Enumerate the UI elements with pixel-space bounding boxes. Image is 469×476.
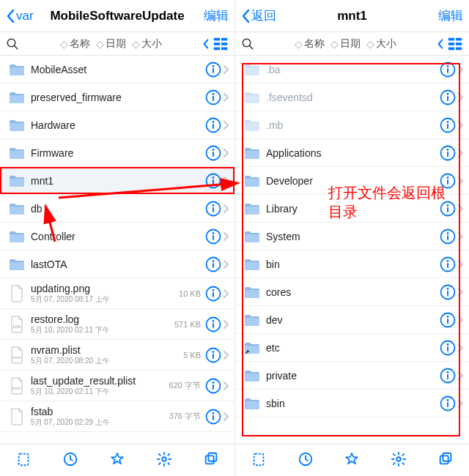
file-icon: LOG <box>7 316 26 333</box>
search-icon[interactable] <box>241 37 254 51</box>
search-icon[interactable] <box>6 37 19 51</box>
item-name: Developer <box>266 175 440 187</box>
clipboard-icon[interactable] <box>251 451 267 470</box>
info-icon[interactable] <box>440 117 456 133</box>
item-sub: 5月 07, 2020 08:20 上午 <box>31 356 166 366</box>
list-item[interactable]: bin <box>235 250 469 278</box>
info-icon[interactable] <box>205 409 221 425</box>
list-item[interactable]: db <box>0 195 234 223</box>
info-icon[interactable] <box>205 228 221 245</box>
sort-size[interactable]: ◇大小 <box>366 37 396 51</box>
list-item[interactable]: mnt1 <box>0 167 234 195</box>
chevron-left-icon[interactable] <box>202 38 210 50</box>
folder-icon <box>7 119 26 132</box>
list-item[interactable]: updating.png 5月 07, 2020 08:17 上午 10 KB <box>0 278 234 309</box>
info-icon[interactable] <box>440 201 456 217</box>
info-icon[interactable] <box>205 89 221 105</box>
list-item[interactable]: MobileAsset <box>0 56 234 83</box>
item-name: nvram.plist <box>31 344 166 356</box>
info-icon[interactable] <box>205 347 221 363</box>
edit-button[interactable]: 编辑 <box>204 7 229 24</box>
list-item[interactable]: Firmware <box>0 139 234 167</box>
list-item[interactable]: LOG restore.log 5月 10, 2020 02:11 下午 571… <box>0 309 234 340</box>
sort-name[interactable]: ◇名称 <box>295 37 325 51</box>
list-item[interactable]: sbin <box>235 390 469 417</box>
info-icon[interactable] <box>205 316 221 332</box>
info-icon[interactable] <box>205 378 221 394</box>
info-icon[interactable] <box>440 340 456 356</box>
clock-icon[interactable] <box>62 451 78 470</box>
list-item[interactable]: .mb <box>235 111 469 139</box>
sort-date[interactable]: ◇日期 <box>330 37 361 51</box>
windows-icon[interactable] <box>437 451 454 470</box>
list-item[interactable]: dev <box>235 306 469 334</box>
svg-text:PLIST: PLIST <box>12 356 21 360</box>
info-icon[interactable] <box>440 284 456 300</box>
list-item[interactable]: etc <box>235 334 469 362</box>
gear-icon[interactable] <box>391 451 407 470</box>
grid-view-icon[interactable] <box>447 36 463 52</box>
info-icon[interactable] <box>440 62 456 78</box>
back-button[interactable]: var <box>6 9 34 23</box>
grid-view-icon[interactable] <box>213 36 229 52</box>
list-item[interactable]: fstab 5月 07, 2020 02:29 上午 376 字节 <box>0 401 234 432</box>
item-name: Controller <box>31 231 205 242</box>
info-icon[interactable] <box>205 145 221 161</box>
chevron-right-icon <box>223 149 229 157</box>
info-icon[interactable] <box>205 117 221 133</box>
info-icon[interactable] <box>440 395 456 412</box>
info-icon[interactable] <box>440 173 456 189</box>
sort-date[interactable]: ◇日期 <box>96 37 126 51</box>
star-icon[interactable] <box>344 451 360 470</box>
info-icon[interactable] <box>440 89 456 105</box>
list-item[interactable]: cores <box>235 278 469 306</box>
folder-icon <box>7 202 26 215</box>
info-icon[interactable] <box>205 201 221 217</box>
list-item[interactable]: .ba <box>235 56 469 83</box>
list-item[interactable]: PLIST last_update_result.plist 5月 10, 20… <box>0 371 234 401</box>
list-item[interactable]: private <box>235 362 469 390</box>
list-item[interactable]: Developer <box>235 167 469 195</box>
list-item[interactable]: preserved_firmware <box>0 83 234 111</box>
item-size: 376 字节 <box>166 411 201 422</box>
svg-rect-14 <box>206 455 214 464</box>
info-icon[interactable] <box>205 256 221 272</box>
list-item[interactable]: .fseventsd <box>235 83 469 111</box>
info-icon[interactable] <box>205 286 221 302</box>
info-icon[interactable] <box>440 228 456 245</box>
item-name: restore.log <box>31 313 166 325</box>
folder-icon <box>243 146 262 160</box>
svg-rect-20 <box>448 42 454 45</box>
clock-icon[interactable] <box>298 451 314 470</box>
list-item[interactable]: Applications <box>235 139 469 167</box>
info-icon[interactable] <box>205 173 221 189</box>
edit-button[interactable]: 编辑 <box>438 7 463 24</box>
list-item[interactable]: lastOTA <box>0 250 234 278</box>
info-icon[interactable] <box>440 368 456 384</box>
chevron-left-icon[interactable] <box>437 38 444 50</box>
svg-rect-18 <box>448 37 454 40</box>
star-icon[interactable] <box>109 451 125 470</box>
sort-size[interactable]: ◇大小 <box>132 37 162 51</box>
nav-bar: 返回 mnt1 编辑 <box>235 0 469 32</box>
list-item[interactable]: System <box>235 223 469 250</box>
info-icon[interactable] <box>205 62 221 78</box>
item-sub: 5月 07, 2020 02:29 上午 <box>31 417 166 428</box>
clipboard-icon[interactable] <box>15 451 32 470</box>
chevron-right-icon <box>457 232 463 241</box>
chevron-right-icon <box>223 260 229 269</box>
windows-icon[interactable] <box>203 451 219 470</box>
svg-rect-23 <box>456 47 462 50</box>
folder-icon <box>243 341 262 354</box>
list-item[interactable]: Controller <box>0 223 234 250</box>
info-icon[interactable] <box>440 145 456 161</box>
back-button[interactable]: 返回 <box>241 7 276 24</box>
item-sub: 5月 07, 2020 08:17 上午 <box>31 294 166 305</box>
list-item[interactable]: PLIST nvram.plist 5月 07, 2020 08:20 上午 5… <box>0 340 234 371</box>
list-item[interactable]: Hardware <box>0 111 234 139</box>
info-icon[interactable] <box>440 256 456 272</box>
sort-name[interactable]: ◇名称 <box>60 37 90 51</box>
info-icon[interactable] <box>440 312 456 328</box>
gear-icon[interactable] <box>156 451 172 470</box>
list-item[interactable]: Library <box>235 195 469 223</box>
